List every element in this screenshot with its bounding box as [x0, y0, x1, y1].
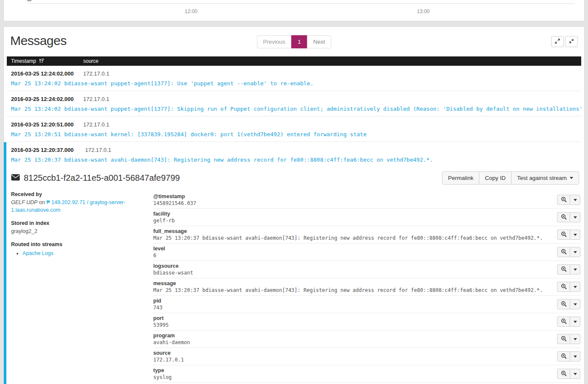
column-header-timestamp[interactable]: Timestamp	[7, 58, 83, 64]
field-main: programavahi-daemon	[153, 333, 551, 345]
field-name: full_message	[153, 228, 551, 234]
test-against-stream-dropdown[interactable]: Test against stream	[511, 171, 579, 185]
pagination-page-1-button[interactable]: 1	[291, 35, 307, 48]
field-actions	[557, 282, 580, 292]
permalink-button[interactable]: Permalink	[442, 171, 479, 185]
field-search-button[interactable]	[557, 264, 570, 275]
field-search-button[interactable]	[557, 230, 570, 240]
message-timestamp: 2016-03-25 12:24:02.000	[11, 70, 83, 77]
messages-header: Messages Previous 1 Next	[7, 27, 581, 53]
field-actions-dropdown[interactable]	[570, 195, 580, 205]
field-actions-dropdown[interactable]	[570, 317, 580, 327]
field-name: port	[153, 315, 551, 321]
pagination-previous-button[interactable]: Previous	[257, 35, 292, 48]
message-text: Mar 25 13:20:51 bdiasse-wsant kernel: [3…	[11, 131, 581, 137]
field-actions-dropdown[interactable]	[570, 369, 580, 379]
field-name: program	[153, 333, 551, 339]
message-timestamp: 2016-03-25 12:24:02.000	[11, 96, 83, 102]
panel-controls	[551, 36, 578, 47]
chevron-down-icon	[574, 199, 577, 201]
field-actions-dropdown[interactable]	[570, 282, 580, 292]
field-main: @timestamp1458921546.037	[153, 193, 551, 206]
panel-gap	[0, 21, 588, 26]
field-search-button[interactable]	[557, 247, 570, 257]
field-actions-dropdown[interactable]	[570, 212, 580, 222]
stream-link[interactable]: Apache Logs	[23, 250, 53, 256]
received-by-on: on	[39, 199, 45, 205]
field-row: logsourcebdiasse-wsant	[153, 261, 581, 278]
chevron-down-icon	[574, 356, 577, 358]
field-search-button[interactable]	[557, 282, 570, 292]
histogram-panel: 12:00 13:00	[3, 0, 585, 21]
field-name: source	[153, 350, 551, 356]
chevron-down-icon	[570, 177, 573, 179]
field-value: 53995	[153, 322, 551, 328]
message-row-selected[interactable]: 2016-03-25 12:20:37.000 172.17.0.1 Mar 2…	[4, 142, 581, 384]
message-source: 172.17.0.1	[85, 147, 111, 153]
field-row: programavahi-daemon	[153, 331, 581, 348]
collapse-panel-button[interactable]	[565, 36, 578, 47]
histogram-bar-stub	[27, 0, 31, 1]
pagination: Previous 1 Next	[257, 35, 332, 48]
magnifier-plus-icon	[561, 214, 567, 221]
field-actions-dropdown[interactable]	[570, 264, 580, 275]
magnifier-plus-icon	[561, 301, 567, 308]
field-actions	[557, 230, 580, 240]
field-main: port53995	[153, 315, 551, 328]
field-search-button[interactable]	[557, 212, 570, 222]
copy-id-button[interactable]: Copy ID	[479, 171, 512, 185]
field-name: @timestamp	[153, 193, 551, 199]
field-main: pid743	[153, 298, 551, 311]
message-row[interactable]: 2016-03-25 12:24:02.000172.17.0.1Mar 25 …	[7, 66, 581, 91]
field-actions	[557, 317, 580, 327]
magnifier-plus-icon	[561, 231, 567, 238]
field-actions	[557, 264, 580, 275]
message-rows: 2016-03-25 12:24:02.000172.17.0.1Mar 25 …	[7, 66, 581, 142]
field-search-button[interactable]	[557, 369, 570, 379]
field-actions-dropdown[interactable]	[570, 247, 580, 257]
histogram-x-axis	[28, 3, 575, 4]
field-actions-dropdown[interactable]	[570, 230, 580, 240]
sort-icon	[39, 58, 44, 64]
message-source: 172.17.0.1	[83, 96, 109, 102]
message-detail-header: 8125ccb1-f2a2-11e5-a001-56847afe9799 Per…	[11, 171, 581, 185]
routed-streams-section: Routed into streams Apache Logs	[11, 241, 143, 257]
pagination-next-button[interactable]: Next	[307, 35, 332, 48]
field-search-button[interactable]	[557, 317, 570, 327]
field-search-button[interactable]	[557, 351, 570, 362]
field-main: typesyslog	[153, 367, 551, 380]
message-row[interactable]: 2016-03-25 12:20:51.000172.17.0.1Mar 25 …	[7, 117, 581, 142]
field-search-button[interactable]	[557, 299, 570, 309]
field-name: level	[153, 246, 551, 252]
routed-streams-label: Routed into streams	[11, 241, 143, 247]
field-value: Mar 25 13:20:37 bdiasse-wsant avahi-daem…	[153, 287, 551, 293]
expand-panel-button[interactable]	[551, 36, 564, 47]
message-timestamp: 2016-03-25 12:20:37.000	[11, 147, 83, 153]
field-value: avahi-daemon	[153, 339, 551, 345]
field-search-button[interactable]	[557, 195, 570, 205]
field-value: Mar 25 13:20:37 bdiasse-wsant avahi-daem…	[153, 235, 551, 241]
field-actions-dropdown[interactable]	[570, 351, 580, 362]
field-main: full_messageMar 25 13:20:37 bdiasse-wsan…	[153, 228, 551, 241]
message-text: Mar 25 13:24:02 bdiasse-wsant puppet-age…	[11, 106, 581, 112]
field-actions	[557, 247, 580, 257]
field-row: messageMar 25 13:20:37 bdiasse-wsant ava…	[153, 278, 581, 296]
chevron-down-icon	[574, 216, 577, 219]
message-detail-sidebar: Received by GELF UDP on ₱ 149.202.92.71 …	[11, 191, 153, 384]
x-axis-tick-label: 13:00	[417, 8, 430, 14]
field-value: 743	[153, 305, 551, 311]
magnifier-plus-icon	[561, 249, 567, 256]
field-row: port53995	[153, 313, 581, 331]
field-search-button[interactable]	[557, 334, 570, 344]
field-main: facilitygelf-rb	[153, 211, 551, 224]
field-actions-dropdown[interactable]	[570, 299, 580, 309]
stored-in-index-label: Stored in index	[11, 220, 143, 226]
message-row[interactable]: 2016-03-25 12:24:02.000172.17.0.1Mar 25 …	[7, 91, 581, 117]
magnifier-plus-icon	[561, 353, 567, 360]
envelope-icon	[11, 174, 20, 182]
field-actions-dropdown[interactable]	[570, 334, 580, 344]
field-row: source172.17.0.1	[153, 348, 581, 365]
column-header-source[interactable]: source	[83, 58, 581, 64]
index-name: graylog2_2	[11, 227, 143, 235]
field-row: @timestamp1458921546.037	[153, 191, 581, 209]
